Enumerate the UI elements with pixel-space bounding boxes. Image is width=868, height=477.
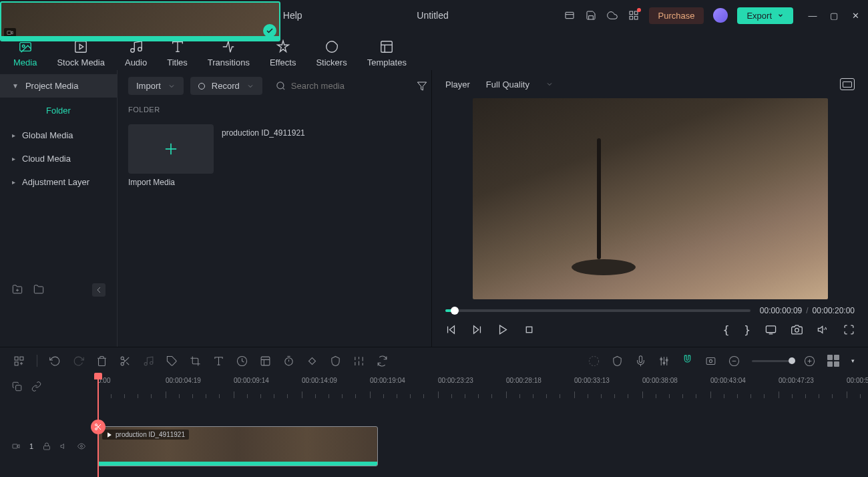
- sidebar-adjustment-layer[interactable]: ▸Adjustment Layer: [0, 170, 117, 194]
- svg-rect-84: [13, 444, 17, 448]
- ruler-mark: 00:00:09:14: [234, 377, 269, 384]
- svg-marker-89: [107, 432, 112, 438]
- view-mode-chevron[interactable]: ▾: [851, 357, 855, 364]
- window-maximize[interactable]: ▢: [829, 11, 839, 21]
- svg-rect-35: [766, 326, 775, 333]
- crop-icon[interactable]: [190, 355, 201, 367]
- import-media-card[interactable]: [128, 124, 214, 174]
- tab-stickers[interactable]: Stickers: [316, 36, 347, 70]
- record-dropdown[interactable]: Record: [190, 77, 262, 95]
- svg-marker-21: [417, 82, 426, 90]
- volume-icon[interactable]: [817, 324, 829, 335]
- fullscreen-icon[interactable]: [843, 324, 855, 335]
- play-icon[interactable]: [497, 324, 509, 335]
- mask-icon[interactable]: [330, 355, 341, 367]
- svg-rect-54: [261, 357, 270, 365]
- sidebar-global-media[interactable]: ▸Global Media: [0, 124, 117, 147]
- window-close[interactable]: ✕: [851, 11, 860, 21]
- music-icon[interactable]: [143, 355, 154, 367]
- mute-track-icon[interactable]: [60, 442, 68, 451]
- speed-icon[interactable]: [236, 355, 248, 367]
- delete-icon[interactable]: [96, 355, 107, 367]
- collapse-sidebar-button[interactable]: [92, 283, 105, 297]
- folder-icon[interactable]: [33, 284, 44, 297]
- timeline-clip[interactable]: production ID_4911921: [97, 426, 378, 466]
- visibility-track-icon[interactable]: [77, 442, 85, 451]
- search-input[interactable]: [291, 81, 403, 91]
- tab-templates[interactable]: Templates: [367, 36, 407, 70]
- mixer-icon[interactable]: [353, 355, 365, 367]
- zoom-out-icon[interactable]: [728, 355, 740, 367]
- svg-marker-87: [61, 444, 63, 449]
- tag-icon[interactable]: [166, 355, 178, 367]
- import-dropdown[interactable]: Import: [128, 77, 184, 95]
- playhead-scissors-icon[interactable]: [91, 420, 105, 434]
- video-badge-icon: [4, 28, 16, 37]
- refresh-icon[interactable]: [377, 355, 388, 367]
- view-mode-icon[interactable]: [827, 355, 839, 367]
- filter-icon[interactable]: [417, 80, 427, 92]
- svg-line-48: [124, 359, 126, 361]
- user-avatar[interactable]: [713, 8, 728, 23]
- cloud-icon[interactable]: [606, 9, 618, 21]
- apps-icon[interactable]: [628, 9, 640, 21]
- redo-icon[interactable]: [73, 355, 84, 367]
- display-icon[interactable]: [765, 324, 777, 335]
- svg-point-10: [130, 49, 134, 53]
- sidebar-folder[interactable]: Folder: [0, 98, 117, 124]
- ruler-mark: 00:00:04:19: [166, 377, 201, 384]
- window-minimize[interactable]: —: [808, 11, 817, 21]
- zoom-in-icon[interactable]: [804, 355, 815, 367]
- keyframe-icon[interactable]: [306, 355, 318, 367]
- render-icon[interactable]: [588, 355, 600, 367]
- svg-point-49: [144, 362, 147, 365]
- sidebar-cloud-media[interactable]: ▸Cloud Media: [0, 147, 117, 170]
- timeline-ruler[interactable]: 0:0000:00:04:1900:00:09:1400:00:14:0900:…: [97, 374, 868, 398]
- ruler-mark: 00:00:43:04: [710, 377, 746, 384]
- mark-in-icon[interactable]: {: [723, 323, 730, 336]
- voiceover-icon[interactable]: [635, 355, 646, 367]
- quality-dropdown[interactable]: Full Quality: [486, 80, 554, 90]
- layout-icon[interactable]: [564, 9, 576, 21]
- camera-icon[interactable]: [791, 324, 803, 335]
- menu-help[interactable]: Help: [283, 10, 302, 21]
- audio-mixer-icon[interactable]: [658, 355, 670, 367]
- purchase-button[interactable]: Purchase: [649, 7, 704, 24]
- marker-icon[interactable]: [612, 355, 623, 367]
- add-track-icon[interactable]: [13, 355, 25, 367]
- scrub-track[interactable]: [445, 309, 750, 312]
- export-button[interactable]: Export: [737, 7, 793, 24]
- prev-frame-icon[interactable]: [445, 324, 457, 335]
- link-icon[interactable]: [31, 381, 41, 391]
- screenshot-icon[interactable]: [705, 355, 716, 367]
- search-icon: [276, 81, 286, 91]
- undo-icon[interactable]: [49, 355, 61, 367]
- stop-icon[interactable]: [523, 324, 535, 335]
- video-preview[interactable]: [473, 98, 828, 299]
- svg-rect-4: [630, 16, 633, 19]
- ruler-mark: 00:00:38:08: [642, 377, 678, 384]
- mark-out-icon[interactable]: }: [744, 323, 750, 336]
- media-clip-thumbnail[interactable]: [0, 1, 280, 41]
- zoom-slider[interactable]: [752, 360, 792, 362]
- templates-icon: [379, 39, 395, 55]
- save-icon[interactable]: [585, 9, 597, 21]
- sidebar-project-media[interactable]: ▼Project Media: [0, 74, 117, 98]
- color-icon[interactable]: [260, 355, 271, 367]
- timer-icon[interactable]: [283, 355, 294, 367]
- play-backward-icon[interactable]: [471, 324, 483, 335]
- cut-icon[interactable]: [120, 355, 131, 367]
- new-folder-icon[interactable]: [12, 284, 23, 297]
- svg-rect-3: [634, 11, 638, 15]
- duplicate-track-icon[interactable]: [12, 381, 22, 391]
- clip-added-check-icon: [263, 24, 276, 37]
- magnet-icon[interactable]: [682, 354, 693, 365]
- import-media-label: Import Media: [128, 178, 214, 187]
- scrub-handle[interactable]: [451, 307, 459, 315]
- text-icon[interactable]: [213, 355, 224, 367]
- player-tab[interactable]: Player: [445, 80, 470, 90]
- lock-track-icon[interactable]: [43, 442, 51, 451]
- snapshot-icon[interactable]: [840, 78, 855, 90]
- media-clip-name: production ID_4911921: [222, 128, 307, 138]
- playhead[interactable]: [97, 374, 99, 477]
